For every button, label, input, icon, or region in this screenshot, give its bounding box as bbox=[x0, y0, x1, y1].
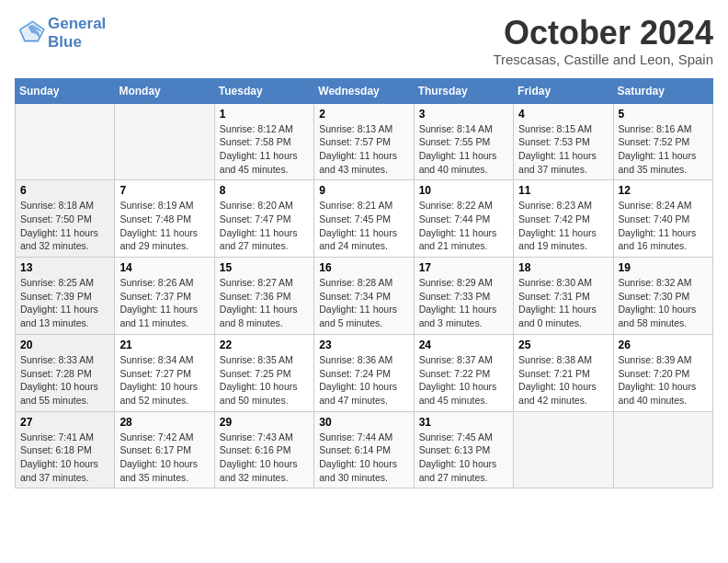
day-info: Sunrise: 8:16 AM Sunset: 7:52 PM Dayligh… bbox=[619, 122, 708, 177]
header-day-friday: Friday bbox=[514, 78, 613, 103]
day-info: Sunrise: 8:39 AM Sunset: 7:20 PM Dayligh… bbox=[619, 353, 708, 408]
calendar-cell: 26Sunrise: 8:39 AM Sunset: 7:20 PM Dayli… bbox=[613, 334, 712, 411]
header-day-tuesday: Tuesday bbox=[214, 78, 313, 103]
calendar-cell: 22Sunrise: 8:35 AM Sunset: 7:25 PM Dayli… bbox=[214, 334, 313, 411]
logo-blue: Blue bbox=[48, 33, 106, 52]
header-day-monday: Monday bbox=[115, 78, 214, 103]
calendar-cell: 23Sunrise: 8:36 AM Sunset: 7:24 PM Dayli… bbox=[314, 334, 414, 411]
day-info: Sunrise: 8:22 AM Sunset: 7:44 PM Dayligh… bbox=[419, 199, 508, 253]
day-number: 1 bbox=[220, 108, 309, 121]
calendar-cell: 16Sunrise: 8:28 AM Sunset: 7:34 PM Dayli… bbox=[314, 258, 414, 335]
day-info: Sunrise: 8:34 AM Sunset: 7:27 PM Dayligh… bbox=[119, 353, 209, 408]
day-info: Sunrise: 8:29 AM Sunset: 7:33 PM Dayligh… bbox=[419, 276, 508, 330]
day-number: 17 bbox=[419, 261, 508, 274]
page-header: General Blue October 2024 Trescasas, Cas… bbox=[15, 15, 713, 67]
week-row-4: 20Sunrise: 8:33 AM Sunset: 7:28 PM Dayli… bbox=[16, 334, 713, 411]
day-number: 27 bbox=[20, 416, 109, 429]
day-number: 23 bbox=[319, 339, 408, 351]
day-number: 31 bbox=[419, 416, 508, 429]
location-title: Trescasas, Castille and Leon, Spain bbox=[493, 52, 713, 67]
header-day-wednesday: Wednesday bbox=[314, 78, 414, 103]
day-number: 3 bbox=[419, 108, 508, 121]
day-info: Sunrise: 8:20 AM Sunset: 7:47 PM Dayligh… bbox=[220, 199, 309, 253]
calendar-cell: 19Sunrise: 8:32 AM Sunset: 7:30 PM Dayli… bbox=[613, 258, 712, 335]
day-number: 11 bbox=[518, 184, 608, 197]
day-info: Sunrise: 8:13 AM Sunset: 7:57 PM Dayligh… bbox=[319, 122, 408, 177]
calendar-cell: 17Sunrise: 8:29 AM Sunset: 7:33 PM Dayli… bbox=[414, 258, 513, 335]
calendar-cell: 15Sunrise: 8:27 AM Sunset: 7:36 PM Dayli… bbox=[214, 258, 313, 335]
day-number: 24 bbox=[419, 339, 508, 351]
logo-icon bbox=[17, 18, 46, 44]
calendar-cell: 24Sunrise: 8:37 AM Sunset: 7:22 PM Dayli… bbox=[414, 334, 513, 411]
calendar-cell bbox=[613, 411, 712, 488]
month-title: October 2024 bbox=[493, 15, 713, 52]
day-info: Sunrise: 8:18 AM Sunset: 7:50 PM Dayligh… bbox=[20, 199, 109, 253]
day-number: 15 bbox=[220, 261, 309, 274]
day-info: Sunrise: 8:14 AM Sunset: 7:55 PM Dayligh… bbox=[419, 122, 508, 177]
day-number: 6 bbox=[20, 184, 109, 197]
day-info: Sunrise: 8:26 AM Sunset: 7:37 PM Dayligh… bbox=[119, 276, 209, 330]
calendar-cell: 10Sunrise: 8:22 AM Sunset: 7:44 PM Dayli… bbox=[414, 180, 513, 258]
calendar-cell: 4Sunrise: 8:15 AM Sunset: 7:53 PM Daylig… bbox=[514, 103, 613, 180]
header-day-saturday: Saturday bbox=[613, 78, 712, 103]
calendar-cell: 3Sunrise: 8:14 AM Sunset: 7:55 PM Daylig… bbox=[414, 103, 513, 180]
calendar-cell bbox=[16, 103, 115, 180]
calendar-cell bbox=[514, 411, 613, 488]
header-day-sunday: Sunday bbox=[16, 78, 115, 103]
calendar-cell: 11Sunrise: 8:23 AM Sunset: 7:42 PM Dayli… bbox=[514, 180, 613, 258]
day-info: Sunrise: 8:15 AM Sunset: 7:53 PM Dayligh… bbox=[518, 122, 608, 177]
day-info: Sunrise: 8:33 AM Sunset: 7:28 PM Dayligh… bbox=[20, 353, 109, 408]
calendar-cell: 13Sunrise: 8:25 AM Sunset: 7:39 PM Dayli… bbox=[16, 258, 115, 335]
calendar-cell: 7Sunrise: 8:19 AM Sunset: 7:48 PM Daylig… bbox=[115, 180, 214, 258]
day-number: 16 bbox=[319, 261, 408, 274]
calendar-cell: 28Sunrise: 7:42 AM Sunset: 6:17 PM Dayli… bbox=[115, 411, 214, 488]
day-info: Sunrise: 8:32 AM Sunset: 7:30 PM Dayligh… bbox=[619, 276, 708, 330]
logo-general: General bbox=[48, 15, 106, 33]
day-info: Sunrise: 8:12 AM Sunset: 7:58 PM Dayligh… bbox=[220, 122, 309, 177]
day-info: Sunrise: 8:36 AM Sunset: 7:24 PM Dayligh… bbox=[319, 353, 408, 408]
day-number: 8 bbox=[220, 184, 309, 197]
day-number: 26 bbox=[619, 339, 708, 351]
day-info: Sunrise: 8:23 AM Sunset: 7:42 PM Dayligh… bbox=[518, 199, 608, 253]
day-number: 5 bbox=[619, 108, 708, 121]
day-info: Sunrise: 8:21 AM Sunset: 7:45 PM Dayligh… bbox=[319, 199, 408, 253]
day-number: 25 bbox=[518, 339, 608, 351]
day-number: 19 bbox=[619, 261, 708, 274]
day-info: Sunrise: 8:27 AM Sunset: 7:36 PM Dayligh… bbox=[220, 276, 309, 330]
calendar-cell: 8Sunrise: 8:20 AM Sunset: 7:47 PM Daylig… bbox=[214, 180, 313, 258]
calendar-cell: 27Sunrise: 7:41 AM Sunset: 6:18 PM Dayli… bbox=[16, 411, 115, 488]
calendar-cell: 9Sunrise: 8:21 AM Sunset: 7:45 PM Daylig… bbox=[314, 180, 414, 258]
calendar-cell: 31Sunrise: 7:45 AM Sunset: 6:13 PM Dayli… bbox=[414, 411, 513, 488]
day-number: 13 bbox=[20, 261, 109, 274]
day-info: Sunrise: 8:37 AM Sunset: 7:22 PM Dayligh… bbox=[419, 353, 508, 408]
day-number: 12 bbox=[619, 184, 708, 197]
day-info: Sunrise: 8:38 AM Sunset: 7:21 PM Dayligh… bbox=[518, 353, 608, 408]
week-row-5: 27Sunrise: 7:41 AM Sunset: 6:18 PM Dayli… bbox=[16, 411, 713, 488]
day-info: Sunrise: 8:25 AM Sunset: 7:39 PM Dayligh… bbox=[20, 276, 109, 330]
calendar-cell: 5Sunrise: 8:16 AM Sunset: 7:52 PM Daylig… bbox=[613, 103, 712, 180]
day-number: 30 bbox=[319, 416, 408, 429]
header-row: SundayMondayTuesdayWednesdayThursdayFrid… bbox=[16, 78, 713, 103]
day-number: 2 bbox=[319, 108, 408, 121]
calendar-cell: 29Sunrise: 7:43 AM Sunset: 6:16 PM Dayli… bbox=[214, 411, 313, 488]
day-number: 10 bbox=[419, 184, 508, 197]
calendar-cell: 2Sunrise: 8:13 AM Sunset: 7:57 PM Daylig… bbox=[314, 103, 414, 180]
calendar-cell: 18Sunrise: 8:30 AM Sunset: 7:31 PM Dayli… bbox=[514, 258, 613, 335]
calendar-cell: 1Sunrise: 8:12 AM Sunset: 7:58 PM Daylig… bbox=[214, 103, 313, 180]
day-number: 28 bbox=[119, 416, 209, 429]
day-info: Sunrise: 7:45 AM Sunset: 6:13 PM Dayligh… bbox=[419, 431, 508, 485]
day-number: 7 bbox=[119, 184, 209, 197]
week-row-2: 6Sunrise: 8:18 AM Sunset: 7:50 PM Daylig… bbox=[16, 180, 713, 258]
calendar-cell: 12Sunrise: 8:24 AM Sunset: 7:40 PM Dayli… bbox=[613, 180, 712, 258]
week-row-1: 1Sunrise: 8:12 AM Sunset: 7:58 PM Daylig… bbox=[16, 103, 713, 180]
day-info: Sunrise: 7:44 AM Sunset: 6:14 PM Dayligh… bbox=[319, 431, 408, 485]
day-info: Sunrise: 7:41 AM Sunset: 6:18 PM Dayligh… bbox=[20, 431, 109, 485]
calendar-cell bbox=[115, 103, 214, 180]
day-number: 21 bbox=[119, 339, 209, 351]
day-info: Sunrise: 8:24 AM Sunset: 7:40 PM Dayligh… bbox=[619, 199, 708, 253]
day-number: 29 bbox=[220, 416, 309, 429]
week-row-3: 13Sunrise: 8:25 AM Sunset: 7:39 PM Dayli… bbox=[16, 258, 713, 335]
calendar-header: SundayMondayTuesdayWednesdayThursdayFrid… bbox=[16, 78, 713, 103]
calendar-table: SundayMondayTuesdayWednesdayThursdayFrid… bbox=[15, 78, 713, 489]
day-info: Sunrise: 7:42 AM Sunset: 6:17 PM Dayligh… bbox=[119, 431, 209, 485]
